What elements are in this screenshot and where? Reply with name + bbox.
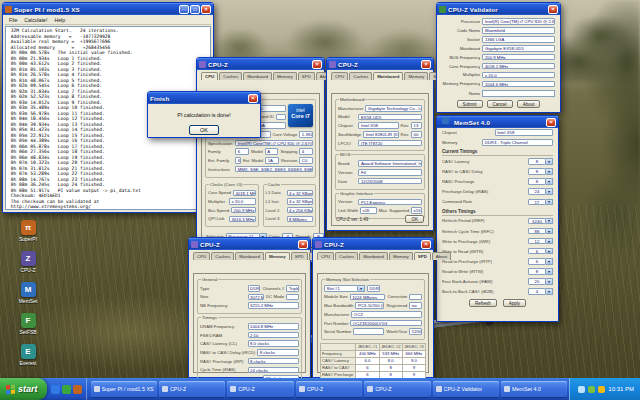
taskbar-button[interactable]: CPU-Z	[159, 381, 225, 397]
desktop-icon[interactable]: E Everest	[4, 344, 52, 374]
start-button[interactable]: start	[0, 378, 47, 400]
desktop-icon-glyph: π	[21, 220, 36, 235]
validator-button[interactable]: Submit	[457, 100, 483, 108]
superpi-titlebar[interactable]: Super PI / mod1.5 XS	[3, 3, 213, 15]
menu-item[interactable]: File	[9, 17, 17, 23]
taskbar-button[interactable]: CPU-Z Validator	[433, 381, 499, 397]
quicklaunch-desktop-icon[interactable]	[62, 385, 71, 394]
tab-mainboard[interactable]: Mainboard	[243, 72, 272, 80]
desktop-icon[interactable]: M MemSet	[4, 282, 52, 312]
tab-spd[interactable]: SPD	[414, 252, 431, 260]
taskbar-button[interactable]: Super PI / mod1.5 XS	[91, 381, 157, 397]
field-row: Brand Award Software International, Inc.	[338, 160, 422, 167]
memset-button[interactable]: Refresh	[469, 299, 497, 307]
timing-value-dropdown[interactable]: 6	[528, 248, 553, 255]
tab-memory[interactable]: Memory	[389, 252, 413, 260]
cpuz-titlebar[interactable]: CPU-Z	[313, 238, 433, 250]
taskbar-button[interactable]: CPU-Z	[364, 381, 430, 397]
timing-value-dropdown[interactable]: 4	[528, 288, 553, 295]
taskbar-button[interactable]: CPU-Z	[296, 381, 362, 397]
tab-memory[interactable]: Memory	[265, 252, 290, 260]
cpuz-titlebar[interactable]: CPU-Z	[189, 238, 310, 250]
spd-table-row: CAS# Latency 6.0 8.0 9.0	[321, 358, 426, 365]
tab-caches[interactable]: Caches	[349, 72, 372, 80]
quicklaunch-browser-icon[interactable]	[51, 385, 60, 394]
timing-value-dropdown[interactable]: 88	[528, 228, 553, 235]
timing-value-dropdown[interactable]: 6240	[528, 218, 553, 225]
timing-value-dropdown[interactable]: 6	[528, 258, 553, 265]
cpuz-window-icon	[199, 61, 206, 68]
tray-app-icon[interactable]	[598, 386, 605, 393]
tray-volume-icon[interactable]	[578, 386, 585, 393]
superpi-output-line: http://www.xtremesystems.org/	[8, 204, 208, 210]
tab-caches[interactable]: Caches	[211, 252, 234, 260]
field-row: Max Bandwidth PC3-10700 (667 MHz) Regist…	[324, 302, 422, 309]
validator-button[interactable]: Cancel	[487, 100, 513, 108]
timing-value-dropdown[interactable]: 8	[528, 178, 553, 185]
memset-timing-row: Write to Precharge (tWR) 12	[442, 238, 553, 245]
close-button[interactable]	[546, 118, 556, 127]
field-row: LPCIO ITE IT8720	[338, 140, 422, 147]
cpuz-titlebar[interactable]: CPU-Z	[197, 58, 324, 70]
memset-timing-row: Back-to-Back CAS# (tB2B) 4	[442, 288, 553, 295]
dialog-titlebar[interactable]: Finish	[148, 92, 260, 104]
maximize-button[interactable]	[190, 5, 200, 14]
close-button[interactable]	[548, 5, 558, 14]
tab-spd[interactable]: SPD	[298, 72, 315, 80]
menu-item[interactable]: Calculate!	[24, 17, 47, 23]
field-row: Southbridge Intel 82801JR (ICH10R) Rev. …	[338, 131, 422, 138]
desktop-icon[interactable]: Z CPU-Z	[4, 251, 52, 281]
tab-memory[interactable]: Memory	[404, 72, 428, 80]
close-button[interactable]	[201, 5, 211, 14]
chevron-down-icon	[358, 285, 365, 292]
taskbar-button[interactable]: MemSet 4.0	[501, 381, 567, 397]
timing-value-dropdown[interactable]: 20	[528, 278, 553, 285]
tab-spd[interactable]: SPD	[291, 252, 308, 260]
quicklaunch-app-icon[interactable]	[73, 385, 82, 394]
close-button[interactable]	[312, 60, 322, 69]
validator-button[interactable]: About	[517, 100, 541, 108]
memset-titlebar[interactable]: MemSet 4.0	[437, 116, 558, 128]
close-button[interactable]	[421, 240, 431, 249]
field-row: Link Width x16 Max. Supported x16	[338, 207, 422, 214]
ok-button[interactable]: OK	[189, 125, 219, 135]
tab-memory[interactable]: Memory	[273, 72, 297, 80]
ok-button[interactable]: OK	[405, 215, 424, 223]
current-timings-header: Current Timings	[442, 149, 553, 156]
validator-titlebar[interactable]: CPU-Z Validator	[437, 3, 560, 15]
tab-cpu[interactable]: CPU	[193, 252, 210, 260]
timing-value-dropdown[interactable]: 8	[528, 168, 553, 175]
timing-value-dropdown[interactable]: 8	[528, 268, 553, 275]
cpuz-titlebar[interactable]: CPU-Z	[327, 58, 433, 70]
validation-name-input[interactable]	[482, 90, 555, 97]
close-button[interactable]	[298, 240, 308, 249]
desktop-icon[interactable]: π SuperPI	[4, 220, 52, 250]
minimize-button[interactable]	[179, 5, 189, 14]
tab-mainboard[interactable]: Mainboard	[359, 252, 388, 260]
menu-item[interactable]: Help	[54, 17, 65, 23]
taskbar-button[interactable]: CPU-Z	[227, 381, 293, 397]
tab-mainboard[interactable]: Mainboard	[373, 72, 403, 80]
tab-mainboard[interactable]: Mainboard	[235, 252, 264, 260]
field-row: Type DDR3 Channels # Triple	[200, 285, 299, 292]
close-button[interactable]	[421, 60, 431, 69]
tray-network-icon[interactable]	[588, 386, 595, 393]
close-button[interactable]	[248, 94, 258, 103]
timing-value-dropdown[interactable]: 1T	[528, 199, 553, 206]
tab-caches[interactable]: Caches	[335, 252, 358, 260]
taskbar: start Super PI / mod1.5 XS CPU-Z CPU-Z C…	[0, 378, 640, 400]
field-row: Core Speed 4018.1 MHz	[208, 190, 256, 197]
desktop-icon[interactable]: F SetFSB	[4, 313, 52, 343]
field-row: Chipset Intel X58 Rev. 13	[338, 122, 422, 129]
tab-cpu[interactable]: CPU	[317, 252, 334, 260]
tab-cpu[interactable]: CPU	[201, 72, 218, 80]
pi-done-dialog: Finish PI calculation is done! OK	[147, 91, 261, 138]
tab-cpu[interactable]: CPU	[331, 72, 348, 80]
memset-button[interactable]: Apply	[503, 299, 526, 307]
timing-value-dropdown[interactable]: 24	[528, 188, 553, 195]
timing-value-dropdown[interactable]: 12	[528, 238, 553, 245]
timing-value-dropdown[interactable]: 8	[528, 158, 553, 165]
memory-slot-dropdown[interactable]: Slot #1	[324, 285, 365, 292]
tab-caches[interactable]: Caches	[219, 72, 242, 80]
tab-about[interactable]: About	[432, 252, 451, 260]
